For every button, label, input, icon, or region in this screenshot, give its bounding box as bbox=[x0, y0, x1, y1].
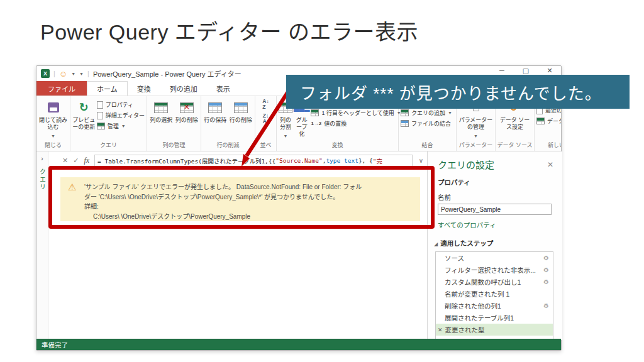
applied-step-item[interactable]: ✕変更された型 bbox=[436, 324, 553, 336]
table-icon bbox=[154, 102, 168, 113]
expand-formula-bar-icon[interactable]: ∨ bbox=[418, 157, 425, 164]
ribbon-group-close: 閉じて読み込む ▼ 閉じる bbox=[36, 96, 70, 151]
sort-ascending-icon[interactable]: A↓Z bbox=[262, 99, 269, 110]
append-queries-button[interactable]: クエリの追加 ▼ bbox=[401, 109, 452, 117]
replace-values-icon: 1→2 bbox=[311, 121, 321, 126]
maximize-button[interactable]: ▢ bbox=[519, 67, 532, 75]
applied-step-item[interactable]: フィルター選択された非表示...⚙ bbox=[436, 264, 553, 276]
manage-label: 管理 bbox=[108, 122, 119, 130]
chevron-down-icon[interactable]: ▼ bbox=[71, 72, 75, 76]
error-line: 詳細: bbox=[84, 202, 414, 212]
query-name-input[interactable] bbox=[438, 204, 552, 215]
formula-keyword: type text bbox=[326, 157, 358, 164]
divider: | bbox=[87, 70, 89, 77]
minimize-button[interactable]: ─ bbox=[496, 67, 508, 75]
gear-icon[interactable]: ⚙ bbox=[543, 302, 549, 309]
query-settings-panel: クエリの設定 ✕ プロパティ 名前 すべてのプロパティ ◢適用したステップ ソー… bbox=[427, 151, 562, 340]
formula-text: }, { bbox=[358, 157, 373, 164]
smiley-icon[interactable]: ☺ bbox=[59, 70, 67, 78]
applied-step-item[interactable]: 名前が変更された列 1 bbox=[436, 288, 553, 300]
error-message-box: ⚠ 'サンプル ファイル' クエリでエラーが発生しました。 DataSource… bbox=[60, 177, 420, 221]
append-queries-label: クエリの追加 bbox=[411, 109, 445, 117]
name-label: 名前 bbox=[428, 188, 562, 204]
close-and-load-button[interactable]: 閉じて読み込む ▼ bbox=[38, 99, 68, 140]
table-icon bbox=[97, 123, 105, 129]
remove-columns-button[interactable]: 列の削除 bbox=[175, 99, 199, 124]
formula-input[interactable]: = Table.TransformColumnTypes(展開されたテーブル列1… bbox=[94, 155, 413, 167]
gear-icon[interactable]: ⚙ bbox=[543, 278, 549, 285]
ribbon-group-label: 並べ bbox=[255, 140, 276, 151]
tab-file[interactable]: ファイル bbox=[36, 81, 87, 96]
manage-button[interactable]: 管理 ▼ bbox=[97, 122, 145, 130]
advanced-editor-button[interactable]: 詳細エディター bbox=[97, 111, 145, 119]
chevron-down-icon: ▼ bbox=[448, 111, 452, 115]
step-label: 削除された他の列1 bbox=[445, 301, 543, 310]
close-and-load-label: 閉じて読み込む bbox=[38, 117, 68, 131]
delete-table-icon bbox=[180, 102, 194, 113]
properties-button[interactable]: プロパティ bbox=[97, 101, 145, 109]
gear-icon[interactable]: ⚙ bbox=[543, 255, 549, 261]
formula-text: = Table.TransformColumnTypes(展開されたテーブル列1… bbox=[97, 156, 275, 165]
window-title: PowerQuery_Sample - Power Query エディター bbox=[93, 69, 242, 79]
step-label: 展開されたテーブル列1 bbox=[445, 313, 549, 322]
applied-step-item[interactable]: ソース⚙ bbox=[436, 252, 553, 264]
close-button[interactable]: ✕ bbox=[543, 67, 556, 75]
replace-values-label: 値の置換 bbox=[324, 119, 347, 128]
applied-step-item[interactable]: カスタム関数の呼び出し1⚙ bbox=[436, 276, 553, 288]
page-icon bbox=[97, 112, 103, 119]
commit-formula-icon[interactable]: ✓ bbox=[73, 156, 79, 165]
remove-rows-button[interactable]: 行の削除 bbox=[229, 99, 253, 124]
applied-step-item[interactable]: 展開されたテーブル列1 bbox=[436, 312, 553, 324]
queries-pane-collapsed[interactable]: › クエリ bbox=[36, 151, 48, 340]
quick-access-toolbar-icon[interactable]: ▼ bbox=[79, 72, 84, 76]
enter-data-label: データの入力 bbox=[547, 117, 561, 125]
table-icon bbox=[401, 109, 409, 116]
error-callout: フォルダ *** が見つかりませんでした。 bbox=[286, 75, 630, 109]
choose-columns-button[interactable]: 列の選択 bbox=[149, 99, 174, 124]
divider: | bbox=[53, 70, 55, 77]
manage-parameters-label: パラメーターの管理 bbox=[458, 117, 493, 131]
applied-steps-label: 適用したステップ bbox=[440, 239, 493, 247]
tab-add-column[interactable]: 列の追加 bbox=[160, 81, 207, 96]
error-line: 'サンプル ファイル' クエリでエラーが発生しました。 DataSource.N… bbox=[84, 182, 414, 192]
close-panel-icon[interactable]: ✕ bbox=[547, 160, 553, 169]
status-text: 準備完了 bbox=[42, 340, 68, 349]
delete-step-icon[interactable]: ✕ bbox=[438, 327, 443, 333]
all-properties-link[interactable]: すべてのプロパティ bbox=[428, 215, 562, 231]
table-icon bbox=[311, 109, 319, 116]
page-title: Power Query エディター のエラー表示 bbox=[40, 15, 418, 46]
tab-transform[interactable]: 変換 bbox=[128, 81, 160, 96]
tab-view[interactable]: 表示 bbox=[207, 81, 240, 96]
cancel-formula-icon[interactable]: ✕ bbox=[62, 156, 68, 165]
table-icon bbox=[208, 102, 222, 113]
keep-rows-label: 行の保持 bbox=[204, 117, 226, 124]
expand-pane-icon[interactable]: › bbox=[36, 151, 48, 162]
preview-canvas: ⚠ 'サンプル ファイル' クエリでエラーが発生しました。 DataSource… bbox=[48, 168, 427, 340]
keep-rows-button[interactable]: 行の保持 bbox=[203, 99, 228, 124]
use-first-row-as-headers-button[interactable]: 1 行目をヘッダーとして使用 ▼ bbox=[311, 109, 401, 117]
collapse-triangle-icon[interactable]: ◢ bbox=[434, 241, 438, 247]
queries-pane-label: クエリ bbox=[38, 168, 47, 191]
ribbon-group-label: 閉じる bbox=[36, 140, 70, 151]
query-settings-title: クエリの設定 bbox=[438, 158, 494, 171]
replace-values-button[interactable]: 1→2 値の置換 bbox=[311, 119, 401, 128]
page-icon bbox=[97, 101, 103, 109]
chevron-down-icon: ▼ bbox=[51, 133, 55, 140]
ribbon-group-label: 列の管理 bbox=[147, 140, 201, 151]
callout-text: フォルダ *** が見つかりませんでした。 bbox=[300, 80, 602, 104]
applied-steps-list: ソース⚙フィルター選択された非表示...⚙カスタム関数の呼び出し1⚙名前が変更さ… bbox=[435, 251, 553, 339]
gear-icon[interactable]: ⚙ bbox=[543, 266, 549, 273]
ribbon-group-label: 結合 bbox=[399, 140, 456, 151]
enter-data-button[interactable]: データの入力 bbox=[536, 117, 561, 125]
refresh-preview-button[interactable]: ↻ プレビューの更新 bbox=[72, 99, 96, 131]
sort-descending-icon[interactable]: Z↓A bbox=[263, 113, 269, 124]
combine-files-button[interactable]: ファイルの結合 bbox=[401, 119, 452, 128]
ribbon-group-label: 新しいクエリ bbox=[535, 140, 561, 151]
refresh-icon: ↻ bbox=[79, 102, 89, 113]
refresh-preview-label: プレビューの更新 bbox=[72, 117, 96, 131]
data-source-settings-label: データ ソース設定 bbox=[497, 117, 532, 131]
tab-home[interactable]: ホーム bbox=[87, 81, 128, 96]
choose-columns-label: 列の選択 bbox=[150, 117, 172, 124]
formula-bar: ✕ ✓ fx = Table.TransformColumnTypes(展開され… bbox=[48, 153, 427, 168]
applied-step-item[interactable]: 削除された他の列1⚙ bbox=[436, 300, 553, 312]
